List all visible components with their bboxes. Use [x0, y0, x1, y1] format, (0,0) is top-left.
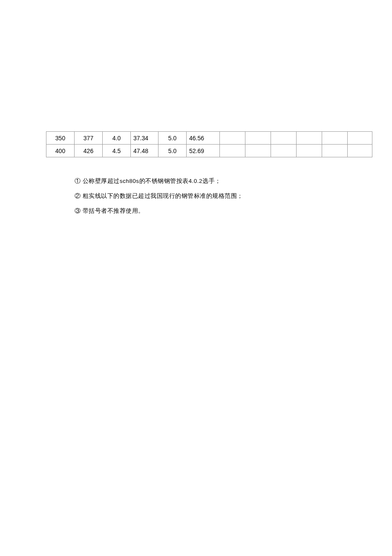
- cell-empty: [220, 145, 245, 157]
- cell-empty: [348, 132, 372, 145]
- cell-empty: [322, 132, 348, 145]
- cell-empty: [322, 145, 348, 157]
- notes-section: ① 公称壁厚超过sch80s的不锈钢钢管按表4.0.2选手； ② 粗实线以下的数…: [75, 177, 347, 222]
- cell-thickness-1: 4.0: [103, 132, 131, 145]
- note-3: ③ 带括号者不推荐使用。: [75, 207, 347, 215]
- cell-empty: [245, 145, 271, 157]
- note-1: ① 公称壁厚超过sch80s的不锈钢钢管按表4.0.2选手；: [75, 177, 347, 185]
- cell-weight-1: 37.34: [131, 132, 159, 145]
- cell-empty: [245, 132, 271, 145]
- cell-empty: [271, 132, 297, 145]
- cell-thickness-2: 5.0: [159, 145, 187, 157]
- note-2: ② 粗实线以下的数据已超过我国现行的钢管标准的规格范围；: [75, 192, 347, 200]
- cell-weight-2: 46.56: [187, 132, 220, 145]
- cell-thickness-2: 5.0: [159, 132, 187, 145]
- cell-nominal-size: 350: [46, 132, 75, 145]
- cell-weight-1: 47.48: [131, 145, 159, 157]
- cell-empty: [271, 145, 297, 157]
- cell-outer-diameter: 377: [75, 132, 103, 145]
- cell-weight-2: 52.69: [187, 145, 220, 157]
- cell-outer-diameter: 426: [75, 145, 103, 157]
- table-row: 400 426 4.5 47.48 5.0 52.69: [46, 145, 372, 157]
- cell-nominal-size: 400: [46, 145, 75, 157]
- cell-empty: [220, 132, 245, 145]
- cell-empty: [348, 145, 372, 157]
- data-table: 350 377 4.0 37.34 5.0 46.56 400 426 4.5 …: [46, 131, 372, 157]
- cell-empty: [297, 132, 322, 145]
- table-row: 350 377 4.0 37.34 5.0 46.56: [46, 132, 372, 145]
- cell-empty: [297, 145, 322, 157]
- data-table-wrapper: 350 377 4.0 37.34 5.0 46.56 400 426 4.5 …: [46, 131, 372, 157]
- cell-thickness-1: 4.5: [103, 145, 131, 157]
